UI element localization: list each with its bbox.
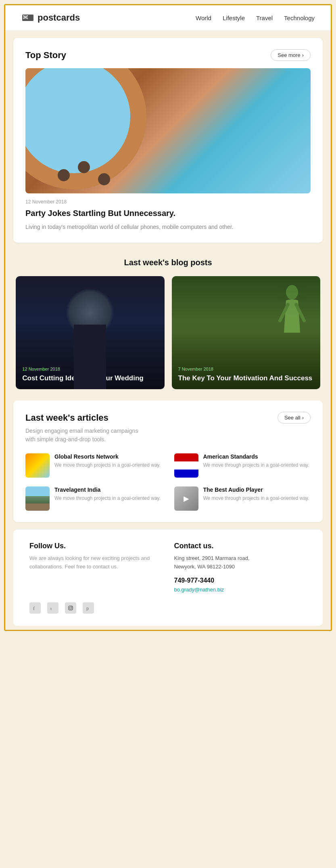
nav-lifestyle[interactable]: Lifestyle [223, 15, 245, 21]
article-item-title-1: American Standards [203, 453, 311, 460]
mountains-thumb [25, 486, 50, 511]
svg-point-10 [71, 606, 72, 607]
contact-address: King street, 2901 Marmara road,Newyork, … [174, 554, 307, 571]
logo-icon [21, 13, 34, 23]
header: postcards World Lifestyle Travel Technol… [5, 5, 331, 31]
article-info-0: Global Resorts Network We move through p… [54, 453, 162, 469]
blog-card-date-1: 7 November 2018 [178, 367, 314, 371]
svg-point-4 [82, 329, 98, 345]
article-item-1[interactable]: American Standards We move through proje… [174, 453, 311, 478]
article-date: 12 November 2018 [25, 199, 311, 205]
article-item-desc-0: We move through projects in a goal-orien… [54, 461, 162, 469]
instagram-icon[interactable] [65, 602, 76, 614]
social-icons: f t p [29, 602, 307, 614]
blog-card-content-0: 12 November 2018 Cost Cutting Ideas For … [16, 360, 164, 389]
facebook-icon[interactable]: f [29, 602, 41, 614]
person-icon [276, 284, 308, 349]
chevron-right-icon: › [302, 52, 304, 58]
blog-card-content-1: 7 November 2018 The Key To Your Motivati… [172, 360, 320, 389]
silhouette-icon [70, 325, 110, 389]
article-item-0[interactable]: Global Resorts Network We move through p… [25, 453, 162, 478]
sunset-thumb [25, 453, 50, 478]
article-item-2[interactable]: Travelagent India We move through projec… [25, 486, 162, 511]
blog-cards-container: 12 November 2018 Cost Cutting Ideas For … [13, 276, 323, 389]
articles-section-title: Last week's articles [25, 413, 109, 423]
hero-img-bg [25, 68, 311, 193]
main-nav: World Lifestyle Travel Technology [196, 15, 315, 21]
follow-text: We are always looking for new exciting p… [29, 554, 162, 571]
blog-card-title-0: Cost Cutting Ideas For Your Wedding [22, 374, 158, 383]
article-item-desc-3: We move through projects in a goal-orien… [203, 495, 311, 502]
nav-world[interactable]: World [196, 15, 211, 21]
footer-follow: Follow Us. We are always looking for new… [29, 542, 162, 593]
follow-title: Follow Us. [29, 542, 162, 550]
contact-title: Contact us. [174, 542, 307, 550]
blog-section-title: Last week's blog posts [13, 258, 323, 267]
article-thumb-2 [25, 486, 50, 511]
hero-image [25, 68, 311, 193]
contact-email[interactable]: bo.grady@nathen.biz [174, 587, 307, 593]
nav-travel[interactable]: Travel [256, 15, 273, 21]
top-story-title: Top Story [25, 50, 66, 61]
articles-grid: Global Resorts Network We move through p… [25, 453, 311, 511]
articles-subtitle: Design engaging email marketing campaign… [25, 427, 311, 444]
article-thumb-3 [174, 486, 198, 511]
blog-card-title-1: The Key To Your Motivation And Success [178, 374, 314, 383]
article-item-title-0: Global Resorts Network [54, 453, 162, 460]
logo-text: postcards [38, 13, 80, 23]
footer: Follow Us. We are always looking for new… [13, 529, 323, 626]
contact-phone: 749-977-3440 [174, 577, 307, 584]
article-info-1: American Standards We move through proje… [203, 453, 311, 469]
footer-contact: Contact us. King street, 2901 Marmara ro… [174, 542, 307, 593]
chevron-right-icon: › [302, 415, 304, 421]
blog-card-1[interactable]: 7 November 2018 The Key To Your Motivati… [172, 276, 320, 389]
articles-header: Last week's articles See all › [25, 412, 311, 424]
top-story-card: Top Story See more › 12 November 2018 Pa… [13, 38, 323, 243]
article-info-3: The Best Audio Player We move through pr… [203, 486, 311, 502]
twitter-icon[interactable]: t [47, 602, 58, 614]
article-info-2: Travelagent India We move through projec… [54, 486, 162, 502]
blog-card-0[interactable]: 12 November 2018 Cost Cutting Ideas For … [16, 276, 164, 389]
logo[interactable]: postcards [21, 13, 80, 23]
svg-point-9 [70, 607, 72, 609]
articles-section: Last week's articles See all › Design en… [13, 400, 323, 522]
nav-technology[interactable]: Technology [284, 15, 315, 21]
article-item-title-3: The Best Audio Player [203, 486, 311, 493]
svg-text:t: t [50, 606, 52, 611]
see-more-button[interactable]: See more › [271, 49, 311, 61]
blog-card-date-0: 12 November 2018 [22, 367, 158, 371]
article-excerpt: Living in today's metropolitan world of … [25, 222, 311, 231]
player-thumb [174, 486, 198, 511]
flag-thumb [174, 453, 198, 478]
svg-point-5 [286, 285, 298, 300]
svg-text:p: p [86, 606, 89, 611]
article-item-3[interactable]: The Best Audio Player We move through pr… [174, 486, 311, 511]
article-title: Party Jokes Startling But Unnecessary. [25, 208, 311, 218]
pinterest-icon[interactable]: p [83, 602, 94, 614]
article-item-desc-2: We move through projects in a goal-orien… [54, 495, 162, 502]
blog-posts-section: Last week's blog posts 12 November 2018 … [5, 250, 331, 393]
article-item-desc-1: We move through projects in a goal-orien… [203, 461, 311, 469]
article-thumb-0 [25, 453, 50, 478]
see-all-button[interactable]: See all › [278, 412, 311, 424]
article-thumb-1 [174, 453, 198, 478]
svg-text:f: f [33, 606, 35, 611]
top-story-header: Top Story See more › [25, 49, 311, 61]
article-item-title-2: Travelagent India [54, 486, 162, 493]
footer-grid: Follow Us. We are always looking for new… [29, 542, 307, 593]
